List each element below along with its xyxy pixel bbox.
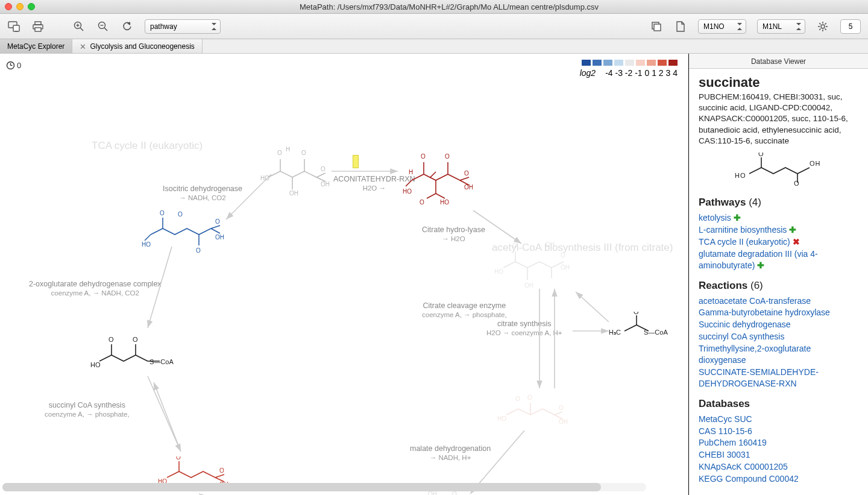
svg-text:O: O bbox=[178, 211, 183, 218]
device-icon[interactable] bbox=[7, 20, 20, 33]
database-link[interactable]: CHEBI 30031 bbox=[699, 449, 860, 461]
database-link[interactable]: KNApSAcK C00001205 bbox=[699, 461, 860, 473]
svg-text:O: O bbox=[515, 396, 520, 402]
svg-text:O: O bbox=[421, 153, 426, 160]
svg-line-21 bbox=[819, 23, 820, 24]
pathways-heading: Pathways (4) bbox=[699, 197, 860, 209]
svg-line-30 bbox=[473, 210, 521, 244]
zoom-in-icon[interactable] bbox=[72, 20, 86, 33]
reaction-link[interactable]: Succinic dehydrogenase bbox=[699, 319, 860, 330]
close-window-button[interactable] bbox=[5, 3, 12, 10]
svg-text:O: O bbox=[196, 247, 201, 254]
reaction-link[interactable]: Trimethyllysine,2-oxoglutarate dioxygena… bbox=[699, 343, 860, 366]
reaction-link[interactable]: succinyl CoA synthesis bbox=[699, 331, 860, 342]
reaction-link[interactable]: SUCCINATE-SEMIALDEHYDE-DEHYDROGENASE-RXN bbox=[699, 367, 860, 389]
svg-text:HO: HO bbox=[142, 241, 151, 248]
window-controls bbox=[5, 3, 35, 10]
svg-text:HO: HO bbox=[90, 361, 101, 368]
copy-icon[interactable] bbox=[650, 20, 663, 33]
svg-text:HO: HO bbox=[494, 268, 503, 275]
tab-strip: MetaCyc Explorer ✕ Glycolysis and Glucon… bbox=[0, 39, 868, 54]
scrollbar-thumb[interactable] bbox=[2, 483, 601, 491]
sample-a-value: M1NO bbox=[703, 22, 725, 31]
svg-rect-1 bbox=[13, 25, 19, 31]
reaction-link[interactable]: acetoacetate CoA-transferase bbox=[699, 295, 860, 307]
svg-text:O: O bbox=[452, 491, 457, 495]
sample-a-select[interactable]: M1NO bbox=[698, 19, 746, 34]
molecule-citrate-faint[interactable]: HOOHOOOHOH bbox=[494, 241, 579, 291]
database-link[interactable]: KEGG Compound C00042 bbox=[699, 473, 860, 485]
pathway-link[interactable]: glutamate degradation III (via 4-aminobu… bbox=[699, 248, 860, 271]
refresh-icon[interactable] bbox=[121, 20, 134, 33]
svg-line-11 bbox=[104, 28, 107, 31]
svg-text:OH: OH bbox=[524, 282, 533, 289]
minimize-window-button[interactable] bbox=[16, 3, 24, 10]
molecule-isocitrate[interactable]: HOOOHOOOHH bbox=[259, 144, 332, 200]
svg-rect-3 bbox=[35, 22, 41, 25]
zoom-window-button[interactable] bbox=[28, 3, 35, 10]
tab-metacyc-explorer[interactable]: MetaCyc Explorer bbox=[0, 39, 72, 53]
cluster-count-input[interactable] bbox=[840, 19, 861, 34]
svg-text:O: O bbox=[215, 218, 220, 225]
databases-heading: Databases bbox=[699, 398, 860, 410]
svg-line-32 bbox=[148, 376, 181, 452]
pathway-graph-pane[interactable]: 0 log2-4 -3 -2 -1 0 1 2 3 4 TCA cycle II… bbox=[0, 54, 688, 495]
sample-b-select[interactable]: M1NL bbox=[757, 19, 805, 34]
database-link[interactable]: MetaCyc SUC bbox=[699, 414, 860, 425]
svg-text:OH: OH bbox=[215, 234, 224, 241]
molecule-acetyl-coa[interactable]: H₃COS—CoA bbox=[608, 312, 680, 344]
compound-title: succinate bbox=[699, 75, 860, 90]
sample-b-value: M1NL bbox=[763, 22, 782, 31]
svg-text:OH: OH bbox=[561, 264, 570, 271]
tab-close-icon[interactable]: ✕ bbox=[80, 43, 86, 51]
svg-text:O: O bbox=[758, 153, 764, 157]
svg-text:HO: HO bbox=[403, 188, 412, 195]
zoom-out-icon[interactable] bbox=[96, 20, 110, 33]
pathway-link[interactable]: L-carnitine biosynthesis ✚ bbox=[699, 224, 860, 236]
svg-text:O: O bbox=[219, 467, 224, 474]
molecule-oxoglutarate[interactable]: HOOOOOHO bbox=[142, 210, 226, 257]
svg-text:O: O bbox=[108, 337, 114, 343]
svg-text:HO: HO bbox=[440, 199, 449, 206]
svg-text:O: O bbox=[527, 394, 532, 401]
highlight-marker bbox=[353, 155, 359, 168]
svg-text:OH: OH bbox=[464, 184, 473, 191]
molecule-aconitate[interactable]: HOOOOOHOHOH bbox=[403, 150, 475, 209]
document-icon[interactable] bbox=[674, 20, 687, 33]
svg-line-33 bbox=[154, 382, 181, 452]
tab-label: Glycolysis and Gluconeogenesis bbox=[90, 42, 194, 51]
reaction-link[interactable]: Gamma-butyrobetaine hydroxylase bbox=[699, 307, 860, 318]
pathway-link[interactable]: ketolysis ✚ bbox=[699, 212, 860, 224]
molecule-succinyl-coa[interactable]: HOOOS—CoA bbox=[90, 337, 187, 381]
svg-line-38 bbox=[576, 292, 609, 322]
svg-text:O: O bbox=[512, 242, 517, 249]
svg-line-23 bbox=[819, 28, 820, 30]
molecule-oxaloacetate-faint[interactable]: HOOOOOH bbox=[497, 394, 576, 429]
compound-aliases: PUBCHEM:160419, CHEBI:30031, suc, succin… bbox=[699, 92, 860, 147]
database-link[interactable]: CAS 110-15-6 bbox=[699, 426, 860, 437]
svg-line-24 bbox=[825, 23, 826, 24]
database-link[interactable]: PubChem 160419 bbox=[699, 437, 860, 449]
svg-text:OH: OH bbox=[428, 491, 437, 495]
side-panel-header: Database Viewer bbox=[689, 54, 868, 69]
mode-select[interactable]: pathway bbox=[145, 19, 221, 34]
horizontal-scrollbar[interactable] bbox=[2, 483, 646, 491]
svg-text:O: O bbox=[561, 252, 565, 259]
svg-text:S—CoA: S—CoA bbox=[644, 329, 668, 336]
graph-arrows bbox=[0, 54, 688, 495]
window-titlebar: MetaPath: /Users/mxf793/Data/MoNHR+L#2/G… bbox=[0, 0, 868, 14]
tab-glycolysis[interactable]: ✕ Glycolysis and Gluconeogenesis bbox=[72, 39, 202, 53]
svg-text:HO: HO bbox=[735, 172, 746, 179]
svg-text:OH: OH bbox=[321, 181, 330, 188]
print-icon[interactable] bbox=[31, 20, 45, 33]
tab-label: MetaCyc Explorer bbox=[7, 42, 64, 51]
main-toolbar: pathway M1NO M1NL bbox=[0, 14, 868, 39]
svg-text:O: O bbox=[559, 405, 564, 411]
svg-text:O: O bbox=[634, 312, 639, 315]
svg-text:HO: HO bbox=[260, 175, 269, 181]
pathway-link[interactable]: TCA cycle II (eukaryotic) ✖ bbox=[699, 236, 860, 248]
compound-structure: HOOOOH bbox=[699, 153, 860, 188]
settings-gear-icon[interactable] bbox=[816, 20, 829, 33]
svg-text:O: O bbox=[176, 456, 181, 461]
svg-line-7 bbox=[80, 28, 83, 31]
